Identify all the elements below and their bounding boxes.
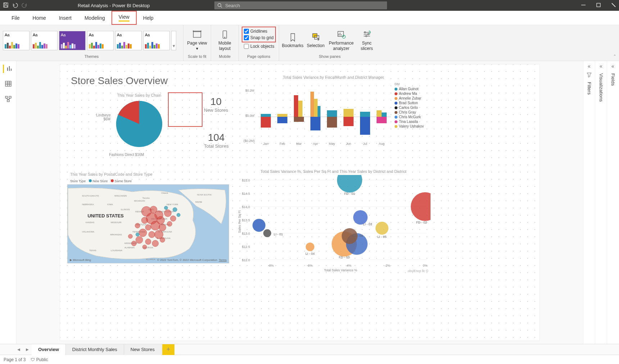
svg-point-115: [337, 175, 362, 193]
svg-point-3: [218, 4, 221, 7]
svg-text:Mar: Mar: [296, 142, 302, 146]
svg-point-26: [364, 32, 366, 33]
lock-objects-checkbox[interactable]: Lock objects: [242, 43, 274, 50]
svg-rect-61: [343, 117, 354, 126]
svg-point-124: [263, 229, 271, 237]
kpi-total-stores[interactable]: 104 Total Stores: [204, 132, 229, 149]
sync-slicers-button[interactable]: Sync slicers: [356, 30, 378, 51]
report-canvas[interactable]: Store Sales Overview This Year Sales by …: [60, 64, 540, 341]
svg-rect-6: [597, 3, 600, 7]
ribbon: Aa Aa Aa Aa Aa Aa ▾ Themes Page view ▾ S…: [0, 25, 619, 61]
svg-rect-57: [310, 117, 320, 130]
window-title: Retail Analysis - Power BI Desktop: [78, 3, 150, 8]
svg-text:$14.5: $14.5: [242, 192, 250, 195]
svg-line-41: [8, 98, 10, 100]
svg-rect-55: [314, 99, 318, 117]
menu-view[interactable]: View: [111, 11, 137, 25]
tab-prev-icon[interactable]: ◄: [14, 347, 23, 352]
svg-point-99: [173, 207, 177, 212]
svg-text:Sales Per Sq Ft: Sales Per Sq Ft: [238, 210, 241, 233]
group-label-scale: Scale to fit: [186, 54, 208, 60]
gridlines-checkbox[interactable]: Gridlines: [244, 28, 274, 34]
filters-pane[interactable]: «Filters: [583, 61, 595, 344]
maximize-icon[interactable]: [596, 3, 601, 9]
svg-point-98: [135, 223, 140, 228]
page-tabs: ◄ ► Overview District Monthly Sales New …: [0, 344, 619, 355]
svg-point-89: [145, 239, 151, 245]
svg-text:$0.0M: $0.0M: [245, 114, 254, 118]
svg-text:$15.0: $15.0: [242, 179, 250, 182]
menu-home[interactable]: Home: [26, 11, 53, 25]
svg-rect-58: [327, 110, 337, 117]
svg-rect-54: [310, 92, 314, 117]
selection-button[interactable]: Selection: [305, 32, 327, 48]
theme-option-6[interactable]: Aa: [143, 31, 170, 50]
undo-icon[interactable]: [12, 2, 18, 9]
scatter-visual[interactable]: Total Sales Variance %, Sales Per Sq Ft …: [236, 169, 431, 273]
kpi-new-stores[interactable]: 10 New Stores: [204, 96, 228, 113]
performance-analyzer-button[interactable]: Performance analyzer: [328, 30, 355, 51]
svg-rect-32: [5, 81, 11, 86]
collapse-ribbon-icon[interactable]: ˄: [611, 52, 619, 61]
data-view-icon[interactable]: [5, 80, 12, 88]
search-box[interactable]: Search: [214, 1, 387, 9]
fields-pane[interactable]: «Fields: [607, 61, 619, 344]
svg-text:-8%: -8%: [268, 264, 274, 267]
menu-modeling[interactable]: Modeling: [78, 11, 111, 25]
svg-text:FD - 02: FD - 02: [416, 221, 427, 224]
add-page-button[interactable]: +: [162, 344, 174, 355]
tab-overview[interactable]: Overview: [32, 344, 66, 355]
title-bar: Retail Analysis - Power BI Desktop Searc…: [0, 0, 619, 11]
theme-option-5[interactable]: Aa: [115, 31, 142, 50]
theme-option-1[interactable]: Aa: [3, 31, 29, 50]
sensitivity-label[interactable]: 🛡 Public: [31, 357, 48, 362]
right-panes: «Filters «Visualizations «Fields: [583, 61, 619, 344]
svg-point-101: [136, 233, 139, 236]
visualizations-pane[interactable]: «Visualizations: [595, 61, 607, 344]
svg-text:LI - 01: LI - 01: [274, 232, 283, 236]
report-view-icon[interactable]: [3, 65, 13, 73]
minimize-icon[interactable]: [581, 3, 586, 9]
svg-rect-1: [4, 3, 6, 4]
svg-point-131: [376, 222, 388, 235]
theme-option-3[interactable]: Aa: [59, 31, 86, 50]
svg-text:Jan: Jan: [263, 142, 269, 146]
snap-to-grid-checkbox[interactable]: Snap to grid: [244, 34, 274, 41]
menu-help[interactable]: Help: [137, 11, 160, 25]
search-icon: [217, 3, 222, 8]
bookmarks-button[interactable]: Bookmarks: [282, 32, 304, 48]
svg-text:Total Sales Variance %: Total Sales Variance %: [324, 268, 357, 272]
close-icon[interactable]: [611, 3, 616, 9]
tab-next-icon[interactable]: ►: [23, 347, 32, 352]
svg-point-97: [142, 245, 147, 249]
svg-text:May: May: [329, 142, 335, 146]
svg-point-95: [128, 234, 133, 239]
menu-insert[interactable]: Insert: [53, 11, 78, 25]
svg-point-96: [160, 238, 165, 243]
svg-line-4: [221, 6, 222, 8]
svg-text:Jul: Jul: [363, 142, 367, 146]
themes-dropdown-icon[interactable]: ▾: [171, 31, 176, 50]
map-visual[interactable]: This Year Sales by PostalCode and Store …: [67, 172, 229, 263]
save-icon[interactable]: [3, 2, 9, 9]
pie-slice2-label: Fashions Direct $16M: [107, 153, 146, 157]
theme-option-4[interactable]: Aa: [87, 31, 114, 50]
bar-title: Total Sales Variance by FiscalMonth and …: [240, 75, 427, 79]
redo-icon[interactable]: [22, 2, 27, 9]
tab-newstores[interactable]: New Stores: [124, 344, 161, 355]
svg-line-40: [6, 98, 8, 100]
page-indicator: Page 1 of 3: [4, 357, 26, 362]
menu-file[interactable]: File: [5, 11, 26, 25]
svg-point-14: [224, 37, 225, 38]
svg-point-90: [152, 240, 159, 247]
svg-text:$12.0: $12.0: [242, 258, 250, 262]
model-view-icon[interactable]: [5, 96, 12, 104]
svg-text:-4%: -4%: [346, 264, 351, 267]
tab-district[interactable]: District Monthly Sales: [66, 344, 124, 355]
page-view-button[interactable]: Page view ▾: [186, 30, 208, 51]
theme-option-2[interactable]: Aa: [31, 31, 58, 50]
mobile-layout-button[interactable]: Mobile layout: [214, 30, 236, 51]
svg-point-129: [306, 243, 314, 251]
svg-point-85: [139, 229, 147, 237]
svg-text:LI - 05: LI - 05: [377, 235, 387, 239]
